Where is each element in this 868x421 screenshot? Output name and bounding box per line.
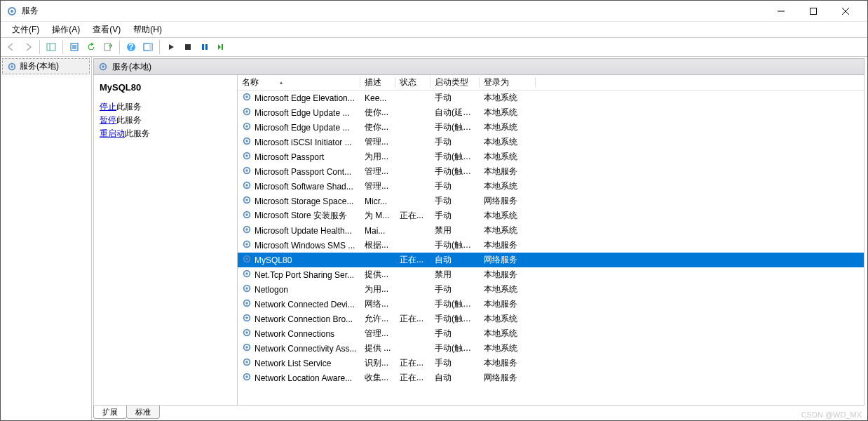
- svg-rect-17: [185, 44, 191, 50]
- cell-desc: 管理...: [360, 180, 395, 192]
- column-header-status[interactable]: 状态: [395, 75, 430, 90]
- cell-name: Netlogon: [238, 283, 360, 295]
- cell-logon: 本地系统: [480, 225, 536, 236]
- list-headers: 名称▴ 描述 状态 启动类型 登录为: [238, 75, 864, 91]
- cell-desc: Micr...: [360, 196, 395, 206]
- cell-startup: 手动(触发...: [430, 121, 480, 133]
- service-row[interactable]: Microsoft Windows SMS ...根据...手动(触发...本地…: [238, 238, 864, 253]
- service-row[interactable]: Microsoft Software Shad...管理...手动本地系统: [238, 179, 864, 194]
- show-hide-tree-button[interactable]: [43, 39, 59, 55]
- svg-point-1: [11, 10, 13, 13]
- cell-startup: 手动: [430, 180, 480, 192]
- service-row[interactable]: Microsoft Passport Cont...管理...手动(触发...本…: [238, 164, 864, 179]
- action-pane-button[interactable]: [140, 39, 156, 55]
- cell-startup: 手动(触发...: [430, 298, 480, 310]
- cell-logon: 本地系统: [480, 313, 536, 325]
- cell-logon: 本地系统: [480, 121, 536, 133]
- cell-desc: 管理...: [360, 166, 395, 178]
- svg-point-32: [245, 140, 248, 142]
- gear-icon: [242, 239, 252, 251]
- restart-service-button[interactable]: [214, 39, 229, 55]
- service-row[interactable]: MySQL80正在...自动网络服务: [238, 253, 864, 267]
- cell-startup: 手动: [430, 328, 480, 340]
- column-header-name[interactable]: 名称▴: [238, 75, 360, 90]
- close-button[interactable]: [829, 1, 862, 22]
- cell-logon: 本地系统: [480, 328, 536, 340]
- service-row[interactable]: Microsoft Edge Elevation...Kee...手动本地系统: [238, 91, 864, 105]
- cell-name: Network Connections: [238, 328, 360, 340]
- export-button[interactable]: [100, 39, 116, 55]
- cell-logon: 本地服务: [480, 269, 536, 281]
- cell-desc: 为 M...: [360, 210, 395, 222]
- service-row[interactable]: Network List Service识别...正在...手动本地服务: [238, 356, 864, 370]
- stop-service-link[interactable]: 停止: [100, 102, 116, 112]
- service-row[interactable]: Network Connected Devi...网络...手动(触发...本地…: [238, 297, 864, 312]
- menu-view[interactable]: 查看(V): [87, 22, 126, 37]
- svg-point-54: [245, 302, 248, 305]
- svg-point-42: [245, 213, 248, 216]
- tree-item-services-local[interactable]: 服务(本地): [2, 58, 90, 74]
- pause-service-link[interactable]: 暂停: [100, 115, 116, 125]
- column-header-startup[interactable]: 启动类型: [430, 75, 480, 90]
- refresh-button[interactable]: [83, 39, 99, 55]
- service-row[interactable]: Net.Tcp Port Sharing Ser...提供...禁用本地服务: [238, 267, 864, 282]
- gear-icon: [242, 313, 252, 325]
- cell-logon: 本地系统: [480, 151, 536, 163]
- cell-desc: 根据...: [360, 239, 395, 251]
- cell-logon: 本地系统: [480, 180, 536, 192]
- forward-button[interactable]: [20, 39, 36, 55]
- service-row[interactable]: Microsoft Update Health...Mai...禁用本地系统: [238, 223, 864, 238]
- svg-rect-3: [811, 8, 817, 14]
- restart-service-link[interactable]: 重启动: [100, 128, 125, 138]
- service-row[interactable]: Microsoft Edge Update ...使你...自动(延迟...本地…: [238, 105, 864, 120]
- cell-name: Network List Service: [238, 357, 360, 369]
- service-row[interactable]: Microsoft Store 安装服务为 M...正在...手动本地系统: [238, 208, 864, 223]
- service-row[interactable]: Network Connectivity Ass...提供 ...手动(触发..…: [238, 341, 864, 356]
- cell-startup: 手动(触发...: [430, 239, 480, 251]
- pause-service-button[interactable]: [197, 39, 212, 55]
- cell-desc: Mai...: [360, 226, 395, 236]
- cell-startup: 手动: [430, 357, 480, 369]
- tab-extended[interactable]: 扩展: [93, 406, 127, 419]
- service-row[interactable]: Microsoft Passport为用...手动(触发...本地系统: [238, 149, 864, 164]
- selected-service-name: MySQL80: [100, 82, 231, 93]
- sort-indicator-icon: ▴: [280, 79, 283, 86]
- svg-point-46: [245, 243, 248, 246]
- menu-file[interactable]: 文件(F): [6, 22, 45, 37]
- service-row[interactable]: Network Connection Bro...允许...正在...手动(触发…: [238, 312, 864, 326]
- service-row[interactable]: Network Location Aware...收集...正在...自动网络服…: [238, 370, 864, 385]
- cell-logon: 本地系统: [480, 107, 536, 119]
- cell-startup: 手动(触发...: [430, 166, 480, 178]
- menu-help[interactable]: 帮助(H): [128, 22, 168, 37]
- maximize-button[interactable]: [797, 1, 829, 22]
- cell-startup: 手动: [430, 283, 480, 295]
- cell-startup: 自动(延迟...: [430, 107, 480, 119]
- service-row[interactable]: Network Connections管理...手动本地系统: [238, 326, 864, 341]
- help-button[interactable]: ?: [123, 39, 139, 55]
- start-service-button[interactable]: [163, 39, 179, 55]
- service-row[interactable]: Netlogon为用...手动本地系统: [238, 282, 864, 297]
- properties-button[interactable]: [67, 39, 82, 55]
- svg-point-26: [245, 95, 248, 98]
- list-rows[interactable]: Microsoft Edge Elevation...Kee...手动本地系统M…: [238, 91, 864, 405]
- cell-startup: 手动(触发...: [430, 151, 480, 163]
- stop-service-button[interactable]: [180, 39, 196, 55]
- svg-point-60: [245, 346, 248, 349]
- title-bar: 服务: [1, 1, 867, 22]
- column-header-desc[interactable]: 描述: [360, 75, 395, 90]
- column-header-logon[interactable]: 登录为: [480, 75, 536, 90]
- menu-action[interactable]: 操作(A): [46, 22, 86, 37]
- cell-desc: 提供 ...: [360, 342, 395, 354]
- tab-standard[interactable]: 标准: [126, 406, 160, 419]
- minimize-button[interactable]: [765, 1, 797, 22]
- cell-startup: 手动(触发...: [430, 313, 480, 325]
- content-header-title: 服务(本地): [112, 61, 151, 73]
- cell-name: MySQL80: [238, 254, 360, 266]
- back-button[interactable]: [4, 39, 19, 55]
- cell-name: Network Connection Bro...: [238, 313, 360, 325]
- service-row[interactable]: Microsoft Edge Update ...使你...手动(触发...本地…: [238, 120, 864, 135]
- cell-name: Microsoft Edge Update ...: [238, 121, 360, 133]
- gear-icon: [242, 225, 252, 236]
- service-row[interactable]: Microsoft Storage Space...Micr...手动网络服务: [238, 194, 864, 208]
- service-row[interactable]: Microsoft iSCSI Initiator ...管理...手动本地系统: [238, 135, 864, 149]
